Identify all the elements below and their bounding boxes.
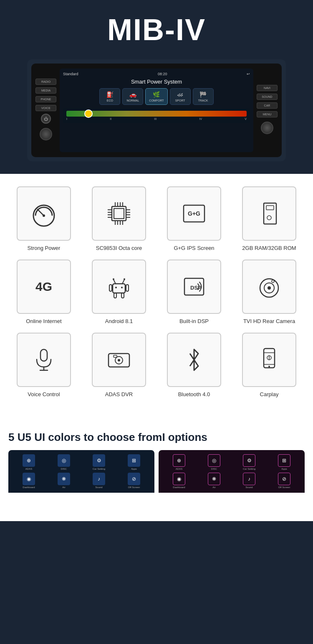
- storage-icon: [255, 199, 284, 228]
- left-knob[interactable]: [40, 128, 52, 140]
- bluetooth-icon-box: [167, 333, 221, 387]
- track-mode[interactable]: 🏁TRACK: [193, 88, 214, 105]
- header-section: MIB-IV: [0, 0, 313, 55]
- chip-label: SC9853I Octa core: [96, 245, 142, 251]
- camera-label: TVI HD Rear Camera: [243, 318, 295, 324]
- voice-btn[interactable]: VOICE: [35, 105, 56, 111]
- dsp-icon: DSP: [179, 272, 209, 301]
- main-title: MIB-IV: [8, 13, 305, 47]
- dvr-label: ADAS DVR: [105, 391, 133, 397]
- chip-icon: [104, 199, 134, 228]
- svg-point-25: [267, 216, 271, 220]
- navi-btn[interactable]: NAVI: [257, 85, 278, 91]
- speedometer-icon: [29, 199, 58, 228]
- topbar-left: Standard: [63, 72, 78, 76]
- svg-rect-34: [109, 285, 112, 291]
- android-label: Android 8.1: [105, 318, 133, 324]
- normal-mode[interactable]: 🚗NORMAL: [122, 88, 143, 105]
- svg-text:4G: 4G: [35, 280, 52, 293]
- ui-cell-offscreen-dark: ⊘ Off Screen: [118, 473, 150, 489]
- svg-rect-4: [114, 209, 124, 219]
- voice-label: Voice Control: [28, 391, 60, 397]
- power-bar-labels: I II III IV V: [66, 117, 247, 120]
- menu-btn[interactable]: MENU: [257, 111, 278, 117]
- sport-mode[interactable]: 🏎SPORT: [170, 88, 191, 105]
- svg-rect-27: [113, 284, 125, 293]
- dvr-icon-box: [92, 333, 146, 387]
- unit-image-area: RADIO MEDIA PHONE VOICE ⏻ Standard 08:20…: [0, 55, 313, 174]
- strong-power-icon-box: [17, 186, 71, 241]
- right-knob[interactable]: [261, 122, 273, 134]
- air-icon-pink: ❋: [208, 473, 220, 485]
- carplay-label: Carplay: [260, 391, 279, 397]
- feature-voice: Voice Control: [10, 333, 77, 397]
- screen-title: Smart Power System: [63, 79, 250, 85]
- svg-point-2: [43, 214, 45, 217]
- eco-mode[interactable]: ⛽ECO: [99, 88, 120, 105]
- carsetting-icon-dark: ⚙: [93, 454, 105, 467]
- ui-cell-carsetting-pink: ⚙ Car Setting: [233, 454, 265, 470]
- dsp-label: Built-in DSP: [179, 318, 209, 324]
- adas-icon-dark: ⊕: [23, 454, 35, 467]
- power-btn[interactable]: ⏻: [41, 114, 51, 124]
- ui-cell-dashboard-pink: ◉ Dashboard: [163, 473, 195, 489]
- ui-cell-apps-dark: ⊞ Apps: [118, 454, 150, 470]
- ui-cell-dashboard-dark: ◉ Dashboard: [13, 473, 45, 489]
- feature-carplay: Carplay: [236, 333, 303, 397]
- air-icon-dark: ❋: [58, 473, 70, 485]
- camera-icon: [255, 272, 284, 301]
- power-indicator: [84, 109, 93, 118]
- ui-cell-sound-dark: ♪ Sound: [83, 473, 115, 489]
- strong-power-label: Strong Power: [28, 245, 61, 251]
- dsp-icon-box: DSP: [167, 260, 221, 314]
- svg-point-49: [118, 359, 120, 361]
- svg-rect-37: [121, 293, 124, 298]
- svg-text:G+G: G+G: [188, 210, 200, 217]
- svg-rect-23: [264, 203, 276, 224]
- ui-cell-disc-dark: ◎ DISC: [48, 454, 80, 470]
- radio-btn[interactable]: RADIO: [35, 79, 56, 85]
- ui-cell-apps-pink: ⊞ Apps: [268, 454, 300, 470]
- screen-label: G+G IPS Screen: [174, 245, 214, 251]
- screen-icon-box: G+G: [167, 186, 221, 241]
- disc-icon-dark: ◎: [58, 454, 70, 467]
- svg-text:DSP: DSP: [190, 285, 202, 291]
- phone-btn[interactable]: PHONE: [35, 96, 56, 102]
- ui-cell-carsetting-dark: ⚙ Car Setting: [83, 454, 115, 470]
- svg-rect-35: [126, 285, 129, 291]
- carplay-icon: [255, 345, 284, 374]
- 4g-icon-box: 4G: [17, 260, 71, 314]
- svg-point-28: [115, 287, 117, 288]
- sound-icon-dark: ♪: [93, 473, 105, 485]
- bluetooth-label: Bluetooth 4.0: [178, 391, 210, 397]
- dashboard-icon-dark: ◉: [23, 473, 35, 485]
- bluetooth-icon: [179, 345, 209, 374]
- feature-bluetooth: Bluetooth 4.0: [161, 333, 227, 397]
- screen-topbar: Standard 08:20 ↩: [63, 72, 250, 76]
- media-btn[interactable]: MEDIA: [35, 87, 56, 94]
- feature-chip: SC9853I Octa core: [86, 186, 152, 251]
- android-icon: [104, 272, 134, 301]
- offscreen-icon-pink: ⊘: [278, 473, 290, 485]
- sound-btn[interactable]: SOUND: [257, 94, 278, 100]
- camera-icon-box: [242, 260, 296, 314]
- apps-icon-pink: ⊞: [278, 454, 290, 467]
- dark-ui-grid: ⊕ ADAS ◎ DISC ⚙ Car Setting ⊞ Apps ◉ D: [8, 450, 154, 493]
- topbar-icon: ↩: [247, 72, 250, 76]
- car-btn[interactable]: CAR: [257, 102, 278, 109]
- feature-camera: TVI HD Rear Camera: [236, 260, 303, 324]
- svg-rect-24: [266, 206, 274, 210]
- voice-icon-box: [17, 333, 71, 387]
- comfort-mode[interactable]: 🌿COMFORT: [145, 88, 167, 105]
- svg-line-30: [114, 280, 116, 284]
- svg-point-54: [268, 366, 270, 367]
- feature-storage: 2GB RAM/32GB ROM: [236, 186, 303, 251]
- topbar-time: 08:20: [158, 72, 167, 76]
- dvr-icon: [104, 345, 134, 374]
- features-section: Strong Power: [0, 174, 313, 423]
- sound-icon-pink: ♪: [243, 473, 255, 485]
- ui-cell-sound-pink: ♪ Sound: [233, 473, 265, 489]
- pink-ui-grid: ⊕ ADAS ◎ DISC ⚙ Car Setting ⊞ Apps ◉ D: [159, 450, 305, 493]
- ui-cell-adas-pink: ⊕ ADAS: [163, 454, 195, 470]
- feature-screen: G+G G+G IPS Screen: [161, 186, 227, 251]
